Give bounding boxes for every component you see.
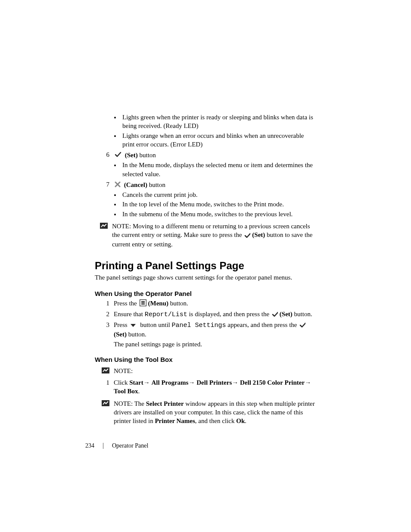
item-6-label: (Set)	[125, 152, 138, 159]
led-green: Lights green when the printer is ready o…	[121, 113, 316, 131]
step-a1: 1 Press the (Menu) button.	[101, 299, 316, 308]
led-orange: Lights orange when an error occurs and b…	[121, 131, 316, 149]
step-a3: 3 Press button until Panel Settings appe…	[101, 320, 316, 339]
item-7: 7 (Cancel) button	[99, 181, 316, 190]
step-a-result: The panel settings page is printed.	[114, 341, 316, 348]
item-6: 6 (Set) button	[99, 151, 316, 160]
check-icon	[244, 231, 250, 240]
check-icon	[272, 310, 278, 319]
item-6-sublist: In the Menu mode, displays the selected …	[121, 161, 316, 178]
section-title: Printing a Panel Settings Page	[95, 260, 316, 272]
note-moving-menu: NOTE: Moving to a different menu or retu…	[99, 222, 316, 249]
subhead-operator-panel: When Using the Operator Panel	[95, 290, 316, 297]
step-b1: 1 Click Start→ All Programs→ Dell Printe…	[101, 378, 316, 396]
note-select-printer: NOTE: The Select Printer window appears …	[101, 399, 316, 426]
note-icon	[102, 400, 109, 408]
item-7-label: (Cancel)	[124, 181, 147, 188]
menu-icon	[140, 299, 146, 308]
item-6-number: 6	[99, 151, 114, 160]
section-intro: The panel settings page shows current se…	[95, 274, 316, 282]
page-number: 234	[85, 442, 94, 449]
item-7-sublist: Cancels the current print job. In the to…	[121, 190, 316, 218]
led-list: Lights green when the printer is ready o…	[121, 113, 316, 149]
check-icon	[299, 321, 305, 330]
note-icon	[102, 367, 109, 376]
item-7-number: 7	[99, 181, 114, 190]
page-footer: 234 Operator Panel	[85, 442, 148, 449]
footer-label: Operator Panel	[112, 442, 148, 449]
step-a2: 2 Ensure that Report/List is displayed, …	[101, 310, 316, 319]
footer-divider	[103, 443, 103, 449]
document-page: Lights green when the printer is ready o…	[0, 0, 411, 425]
down-icon	[130, 321, 137, 330]
x-icon	[115, 181, 121, 190]
note-icon	[100, 222, 108, 231]
note-toolbox-blank: NOTE:	[101, 367, 316, 376]
check-icon	[115, 152, 121, 160]
subhead-tool-box: When Using the Tool Box	[95, 356, 316, 363]
